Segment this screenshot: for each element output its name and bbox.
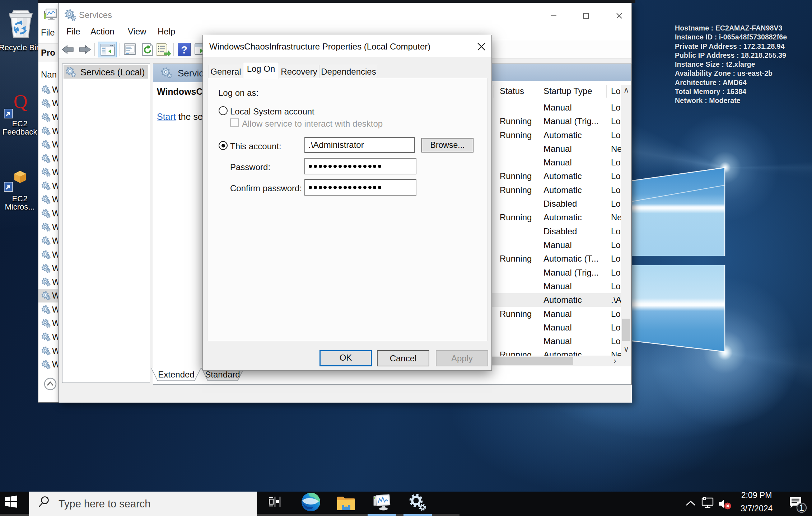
svg-text:Standard: Standard (205, 370, 240, 379)
svg-text:1: 1 (799, 503, 804, 513)
svg-text:Extended: Extended (158, 370, 194, 379)
